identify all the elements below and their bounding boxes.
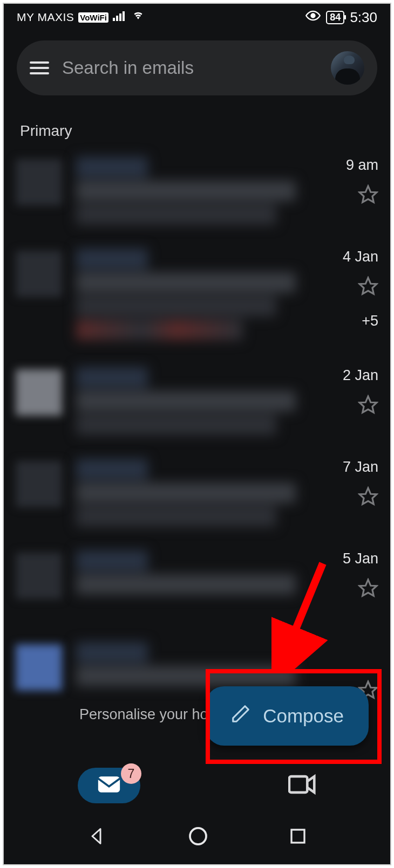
search-placeholder[interactable]: Search in emails (62, 58, 318, 78)
sender-avatar (16, 461, 62, 507)
wifi-icon (131, 10, 145, 24)
inbox-section-label: Primary (4, 99, 390, 149)
tab-meet[interactable] (288, 774, 316, 797)
video-icon (288, 774, 316, 795)
phone-screen: MY MAXIS VoWiFi 84 5:30 Search in emails (3, 3, 391, 865)
svg-marker-6 (359, 278, 377, 294)
eye-icon (305, 10, 321, 24)
svg-rect-13 (98, 776, 120, 792)
email-content-blurred (76, 367, 315, 440)
bottom-tab-bar: 7 (4, 759, 390, 812)
tab-mail[interactable]: 7 (78, 768, 140, 803)
battery-indicator: 84 (326, 11, 344, 24)
home-button[interactable] (188, 826, 208, 848)
sender-avatar (16, 369, 62, 416)
svg-rect-3 (123, 11, 125, 21)
svg-point-4 (311, 14, 315, 18)
star-icon[interactable] (358, 395, 378, 417)
email-date: 5 Jan (343, 550, 378, 567)
attachment-count: +5 (362, 313, 378, 329)
recent-apps-button[interactable] (289, 828, 307, 847)
email-meta: 7 Jan (329, 459, 378, 532)
email-content-blurred (76, 459, 315, 532)
email-date: 7 Jan (343, 459, 378, 476)
svg-rect-1 (116, 16, 118, 21)
system-nav-bar (4, 816, 390, 859)
signal-icon (113, 10, 127, 24)
mail-icon (97, 775, 121, 794)
svg-point-15 (190, 828, 206, 844)
email-item[interactable]: 4 Jan +5 (4, 241, 390, 360)
carrier-label: MY MAXIS (17, 11, 74, 24)
email-list: 9 am 4 Jan +5 (4, 149, 390, 713)
sender-avatar (16, 553, 62, 599)
email-item[interactable]: 7 Jan (4, 451, 390, 543)
email-date: 2 Jan (343, 367, 378, 384)
email-meta: 4 Jan +5 (329, 249, 378, 349)
email-date: 9 am (346, 157, 378, 174)
email-item[interactable]: 9 am (4, 149, 390, 241)
svg-rect-14 (289, 776, 307, 793)
svg-rect-0 (113, 18, 115, 21)
svg-marker-9 (359, 580, 377, 596)
email-meta: 2 Jan (329, 367, 378, 440)
status-bar: MY MAXIS VoWiFi 84 5:30 (4, 4, 390, 31)
sender-avatar (16, 644, 62, 691)
svg-rect-2 (119, 13, 121, 21)
star-icon[interactable] (358, 578, 378, 601)
unread-badge: 7 (121, 763, 141, 784)
email-date: 4 Jan (343, 249, 378, 265)
star-icon[interactable] (358, 276, 378, 299)
compose-label: Compose (263, 705, 344, 727)
svg-rect-16 (291, 830, 304, 843)
pencil-icon (230, 704, 251, 728)
back-button[interactable] (87, 826, 107, 848)
email-item[interactable]: 5 Jan (4, 543, 390, 635)
email-meta: 5 Jan (329, 550, 378, 624)
email-item[interactable]: 2 Jan (4, 360, 390, 451)
email-content-blurred (76, 157, 315, 230)
sender-avatar (16, 159, 62, 205)
star-icon[interactable] (358, 486, 378, 509)
status-right: 84 5:30 (305, 9, 377, 26)
email-meta: 9 am (329, 157, 378, 230)
svg-marker-7 (359, 396, 377, 412)
search-bar[interactable]: Search in emails (17, 40, 377, 95)
account-avatar[interactable] (331, 51, 364, 85)
email-content-blurred (76, 550, 315, 624)
star-icon[interactable] (358, 184, 378, 207)
clock: 5:30 (350, 9, 377, 26)
hamburger-menu-icon[interactable] (30, 61, 49, 74)
vowifi-badge: VoWiFi (78, 12, 108, 23)
svg-marker-5 (359, 186, 377, 202)
status-left: MY MAXIS VoWiFi (17, 10, 145, 24)
sender-avatar (16, 251, 62, 297)
email-content-blurred (76, 249, 315, 349)
search-bar-container: Search in emails (4, 31, 390, 99)
compose-button[interactable]: Compose (206, 686, 369, 746)
svg-marker-8 (359, 488, 377, 504)
